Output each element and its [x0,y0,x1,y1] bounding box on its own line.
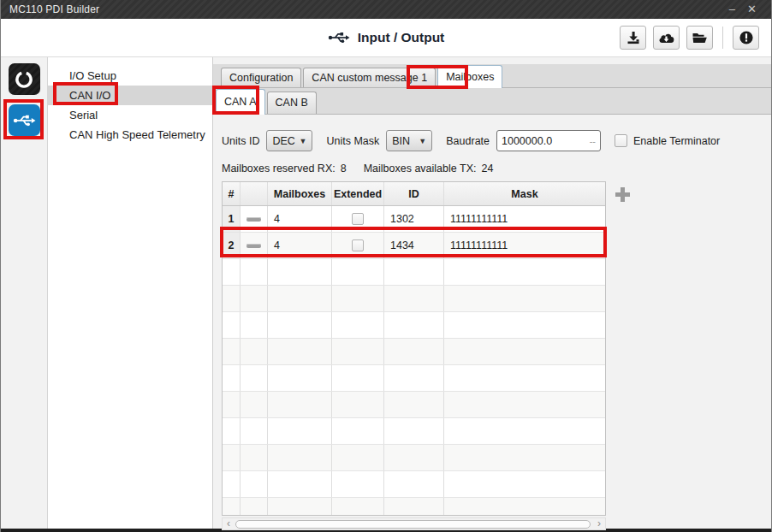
subtab-can-a[interactable]: CAN A [216,89,265,115]
mailbox-table: # Mailboxes Extended ID Mask 1 4 [222,181,606,516]
tab-can-custom-message-1[interactable]: CAN custom message 1 [303,68,436,87]
minimize-button[interactable]: – [723,0,741,19]
units-id-select[interactable]: DEC ▼ [266,130,312,151]
col-header-extended: Extended [332,182,384,205]
window-title: MC110 PDI Builder [9,3,723,15]
extended-checkbox[interactable] [352,213,364,225]
table-row-empty [223,418,605,445]
col-header-mask: Mask [444,182,605,205]
drag-handle-icon [246,244,261,248]
units-id-value: DEC [272,135,294,147]
extended-cell [332,233,384,258]
mask-cell[interactable]: 11111111111 [444,233,605,258]
available-tx-label: Mailboxes available TX: [364,163,477,176]
enable-terminator-checkbox[interactable] [615,134,627,147]
cloud-download-button[interactable] [653,26,680,50]
baudrate-suffix: -- [587,136,596,146]
units-mask-label: Units Mask [326,135,379,147]
units-id-label: Units ID [222,135,259,147]
download-tray-icon [626,31,641,45]
menu-item-can-hst[interactable]: CAN High Speed Telemetry [48,125,212,145]
reserved-rx-label: Mailboxes reserved RX: [222,163,336,176]
menu-panel: I/O Setup CAN I/O Serial CAN High Speed … [48,57,213,529]
units-mask-select[interactable]: BIN ▼ [386,130,432,151]
exclamation-circle-icon [739,30,754,45]
table-row-empty [223,339,605,365]
save-to-device-button[interactable] [620,26,646,50]
scrollbar-thumb[interactable] [235,520,591,529]
id-cell[interactable]: 1302 [384,206,444,232]
folder-open-icon [692,32,708,44]
mailbox-status: Mailboxes reserved RX: 8 Mailboxes avail… [222,163,771,176]
enable-terminator-label: Enable Terminator [633,135,720,147]
baudrate-field-wrap: -- [496,130,601,151]
baudrate-label: Baudrate [446,135,490,147]
mailbox-table-wrap: # Mailboxes Extended ID Mask 1 4 [222,181,606,530]
table-row-empty [223,471,605,498]
app-window: MC110 PDI Builder – ✕ Inpu [0,0,772,532]
row-drag-cell[interactable] [241,206,268,232]
tab-configuration[interactable]: Configuration [221,68,301,87]
cloud-download-icon [658,32,674,44]
menu-item-can-io[interactable]: CAN I/O [48,86,212,105]
table-row-empty [223,392,605,418]
header: Input / Output [1,19,771,57]
col-header-id: ID [384,182,444,205]
subtab-bar: CAN A CAN B [213,88,771,115]
open-file-button[interactable] [686,26,713,50]
menu-item-io-setup[interactable]: I/O Setup [48,66,212,86]
controls-row: Units ID DEC ▼ Units Mask BIN ▼ Baudrate… [222,130,771,151]
table-row-empty [223,312,605,339]
toolbar-separator [722,27,723,49]
table-row-empty [223,445,605,471]
close-button[interactable]: ✕ [741,0,763,19]
power-ring-icon [13,68,35,91]
add-row-button[interactable] [612,184,632,204]
drag-handle-icon [246,217,261,222]
scroll-left-arrow[interactable]: ‹ [223,518,235,529]
table-row-empty [223,286,605,312]
tab-mailboxes[interactable]: Mailboxes [437,65,502,88]
main-panel: Configuration CAN custom message 1 Mailb… [213,57,771,529]
table-row-empty [223,498,605,515]
id-cell[interactable]: 1434 [384,233,444,258]
tab-bar: Configuration CAN custom message 1 Mailb… [213,64,771,88]
baudrate-input[interactable] [502,135,587,147]
usb-icon [13,112,36,129]
table-row-empty [223,365,605,392]
mailboxes-cell[interactable]: 4 [268,206,332,232]
table-row-1: 1 4 1302 11111111111 [223,206,605,233]
mailboxes-cell[interactable]: 4 [268,233,332,258]
chevron-down-icon: ▼ [419,137,426,145]
table-row-2: 2 4 1434 11111111111 [223,233,605,259]
reserved-rx-value: 8 [341,163,347,176]
mask-cell[interactable]: 11111111111 [444,206,605,232]
icon-rail [1,57,48,529]
row-number: 2 [223,233,241,258]
menu-item-serial[interactable]: Serial [48,105,212,125]
table-row-empty [223,259,605,286]
scroll-right-arrow[interactable]: › [593,518,605,529]
horizontal-scrollbar: ‹ › [222,517,606,530]
units-mask-value: BIN [392,135,410,147]
chevron-down-icon: ▼ [300,137,307,145]
extended-checkbox[interactable] [352,239,364,251]
input-output-nav-tile[interactable] [9,104,40,136]
subtab-can-b[interactable]: CAN B [267,92,317,114]
page-title-text: Input / Output [358,30,445,45]
app-body: I/O Setup CAN I/O Serial CAN High Speed … [1,57,771,529]
title-bar: MC110 PDI Builder – ✕ [1,0,771,19]
toolbar [620,26,771,50]
info-button[interactable] [733,26,759,50]
col-header-mailboxes: Mailboxes [268,182,332,205]
usb-icon [328,30,350,45]
plus-icon [614,186,632,204]
app-logo-tile[interactable] [9,63,40,95]
row-number: 1 [223,206,241,232]
col-header-num: # [223,182,241,205]
col-header-drag [241,182,268,205]
mailboxes-content: Units ID DEC ▼ Units Mask BIN ▼ Baudrate… [213,115,771,529]
row-drag-cell[interactable] [241,233,268,258]
available-tx-value: 24 [481,163,493,176]
table-header: # Mailboxes Extended ID Mask [223,182,605,206]
